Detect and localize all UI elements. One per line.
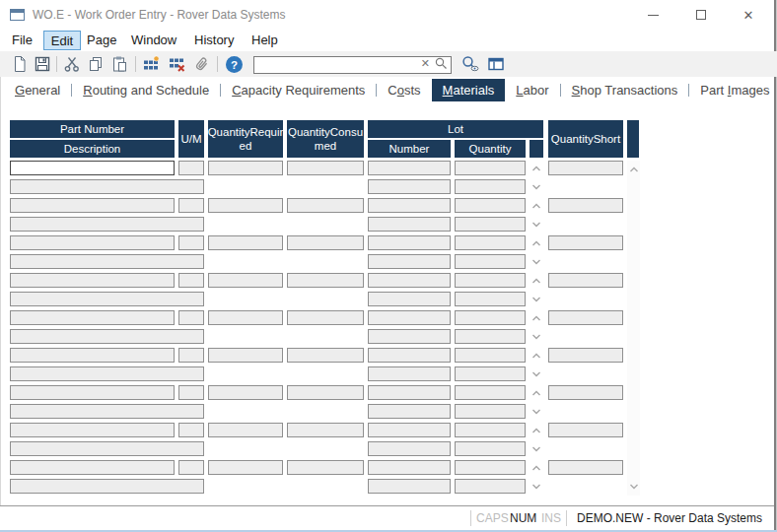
um-input[interactable] xyxy=(178,310,204,325)
description-input[interactable] xyxy=(10,254,204,269)
quantity-required-input[interactable] xyxy=(208,348,283,363)
lot-quantity-input[interactable] xyxy=(455,404,526,419)
paste-button[interactable] xyxy=(109,54,129,74)
lot-quantity-input[interactable] xyxy=(455,254,526,269)
lot-quantity-input[interactable] xyxy=(455,460,526,475)
quantity-required-input[interactable] xyxy=(208,310,283,325)
um-input[interactable] xyxy=(178,161,204,175)
lot-scroll-up-button[interactable] xyxy=(530,237,543,249)
lot-number-input[interactable] xyxy=(368,198,451,213)
tab-labor[interactable]: Labor xyxy=(505,79,559,101)
help-button[interactable]: ? xyxy=(224,54,244,74)
lot-number-input[interactable] xyxy=(368,179,451,194)
lot-number-input[interactable] xyxy=(368,273,451,288)
lot-scroll-up-button[interactable] xyxy=(530,462,543,474)
quantity-short-input[interactable] xyxy=(548,198,623,213)
lot-quantity-input[interactable] xyxy=(455,292,526,306)
lot-number-input[interactable] xyxy=(368,385,451,400)
find-record-button[interactable] xyxy=(460,54,480,74)
quantity-short-input[interactable] xyxy=(548,310,623,325)
tab-shop-transactions[interactable]: Shop Transactions xyxy=(561,79,689,101)
lot-number-input[interactable] xyxy=(368,235,451,250)
tab-capacity-requirements[interactable]: Capacity Requirements xyxy=(221,79,376,101)
lot-quantity-input[interactable] xyxy=(455,235,526,250)
lot-number-input[interactable] xyxy=(368,479,451,494)
um-input[interactable] xyxy=(178,385,204,400)
lot-number-input[interactable] xyxy=(368,310,451,325)
insert-row-button[interactable] xyxy=(141,54,161,74)
lot-scroll-down-button[interactable] xyxy=(530,406,543,418)
um-input[interactable] xyxy=(178,460,204,475)
tab-part-images[interactable]: Part Images xyxy=(689,79,777,101)
attachment-button[interactable] xyxy=(192,54,212,74)
quantity-consumed-input[interactable] xyxy=(287,460,364,475)
lot-scroll-up-button[interactable] xyxy=(530,275,543,287)
quantity-required-input[interactable] xyxy=(208,385,283,400)
quantity-consumed-input[interactable] xyxy=(287,348,364,363)
lot-scroll-down-button[interactable] xyxy=(530,219,543,231)
lot-quantity-input[interactable] xyxy=(455,348,526,363)
quantity-short-input[interactable] xyxy=(548,273,623,288)
tab-materials[interactable]: Materials xyxy=(432,79,506,101)
lot-scroll-down-button[interactable] xyxy=(530,368,543,380)
lot-number-input[interactable] xyxy=(368,423,451,437)
quantity-required-input[interactable] xyxy=(208,235,283,250)
menu-help[interactable]: Help xyxy=(251,31,278,50)
quantity-consumed-input[interactable] xyxy=(287,423,364,437)
quantity-consumed-input[interactable] xyxy=(287,235,364,250)
quantity-required-input[interactable] xyxy=(208,460,283,475)
quantity-consumed-input[interactable] xyxy=(287,385,364,400)
save-button[interactable] xyxy=(33,54,52,74)
menu-edit[interactable]: Edit xyxy=(43,31,81,50)
quantity-short-input[interactable] xyxy=(548,235,623,250)
quantity-short-input[interactable] xyxy=(548,460,623,475)
description-input[interactable] xyxy=(10,479,204,494)
description-input[interactable] xyxy=(10,329,204,344)
tab-costs[interactable]: Costs xyxy=(377,79,431,101)
quantity-short-input[interactable] xyxy=(548,385,623,400)
lot-number-input[interactable] xyxy=(368,217,451,232)
quantity-consumed-input[interactable] xyxy=(287,198,364,213)
quantity-required-input[interactable] xyxy=(208,198,283,213)
quantity-consumed-input[interactable] xyxy=(287,273,364,288)
lot-scroll-down-button[interactable] xyxy=(530,443,543,455)
part-number-input[interactable] xyxy=(10,348,175,363)
menu-history[interactable]: History xyxy=(194,31,234,50)
quantity-required-input[interactable] xyxy=(208,161,283,175)
part-number-input[interactable] xyxy=(10,273,175,288)
lot-number-input[interactable] xyxy=(368,329,451,344)
minimize-button[interactable] xyxy=(629,0,676,30)
part-number-input[interactable] xyxy=(10,310,175,325)
lot-quantity-input[interactable] xyxy=(455,198,526,213)
quantity-short-input[interactable] xyxy=(548,423,623,437)
lot-scroll-up-button[interactable] xyxy=(530,312,543,324)
lot-scroll-up-button[interactable] xyxy=(530,163,543,174)
lot-number-input[interactable] xyxy=(368,441,451,456)
scroll-up-button[interactable] xyxy=(627,163,640,176)
part-number-input[interactable] xyxy=(10,423,175,437)
lot-quantity-input[interactable] xyxy=(455,217,526,232)
quantity-short-input[interactable] xyxy=(548,161,623,175)
lot-quantity-input[interactable] xyxy=(455,329,526,344)
menu-file[interactable]: File xyxy=(12,31,33,50)
scroll-down-button[interactable] xyxy=(627,480,640,494)
title-bar[interactable]: WO.E - Work Order Entry - Rover Data Sys… xyxy=(0,0,774,30)
lot-quantity-input[interactable] xyxy=(455,273,526,288)
lot-number-input[interactable] xyxy=(368,404,451,419)
lot-quantity-input[interactable] xyxy=(455,179,526,194)
menu-page[interactable]: Page xyxy=(87,31,116,50)
description-input[interactable] xyxy=(10,366,204,381)
lot-scroll-down-button[interactable] xyxy=(530,181,543,193)
um-input[interactable] xyxy=(178,348,204,363)
description-input[interactable] xyxy=(10,404,204,419)
lot-scroll-down-button[interactable] xyxy=(530,256,543,268)
lot-scroll-up-button[interactable] xyxy=(530,425,543,436)
part-number-input[interactable] xyxy=(10,460,175,475)
lot-quantity-input[interactable] xyxy=(455,441,526,456)
copy-button[interactable] xyxy=(86,54,106,74)
clear-icon[interactable]: ✕ xyxy=(421,57,430,70)
um-input[interactable] xyxy=(178,423,204,437)
menu-window[interactable]: Window xyxy=(131,31,177,50)
search-icon[interactable] xyxy=(434,56,449,75)
quantity-required-input[interactable] xyxy=(208,273,283,288)
